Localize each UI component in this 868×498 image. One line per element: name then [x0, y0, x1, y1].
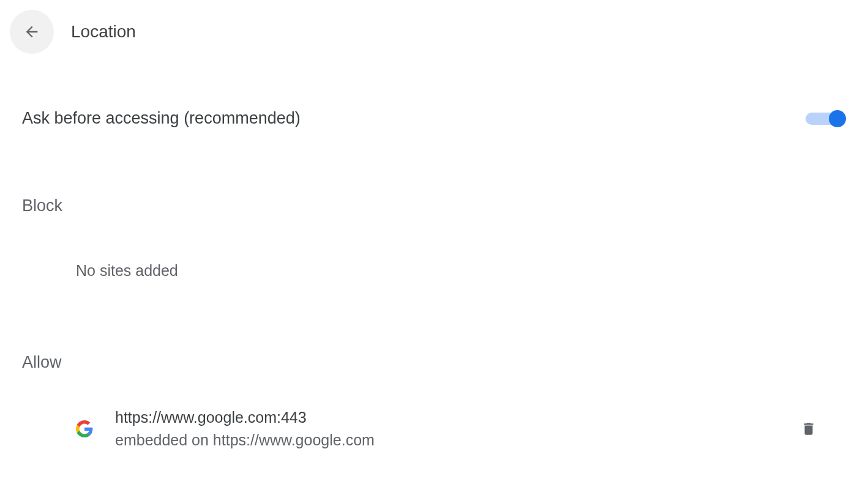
google-favicon-icon — [76, 420, 93, 437]
site-embedded: embedded on https://www.google.com — [115, 431, 796, 449]
block-section-heading: Block — [22, 196, 846, 215]
allow-site-row[interactable]: https://www.google.com:443 embedded on h… — [22, 409, 846, 449]
page-title: Location — [71, 22, 136, 42]
trash-icon — [801, 420, 817, 438]
site-info: https://www.google.com:443 embedded on h… — [115, 409, 796, 449]
site-url: https://www.google.com:443 — [115, 409, 796, 426]
arrow-left-icon — [23, 23, 40, 40]
header: Location — [0, 0, 868, 64]
delete-site-button[interactable] — [796, 415, 821, 443]
allow-section-heading: Allow — [22, 353, 846, 372]
toggle-thumb — [829, 110, 846, 127]
ask-before-accessing-toggle[interactable] — [806, 110, 846, 127]
ask-before-accessing-row: Ask before accessing (recommended) — [22, 109, 846, 128]
ask-before-accessing-label: Ask before accessing (recommended) — [22, 109, 301, 128]
back-button[interactable] — [10, 10, 54, 54]
block-empty-text: No sites added — [76, 262, 846, 280]
content: Ask before accessing (recommended) Block… — [0, 109, 868, 449]
